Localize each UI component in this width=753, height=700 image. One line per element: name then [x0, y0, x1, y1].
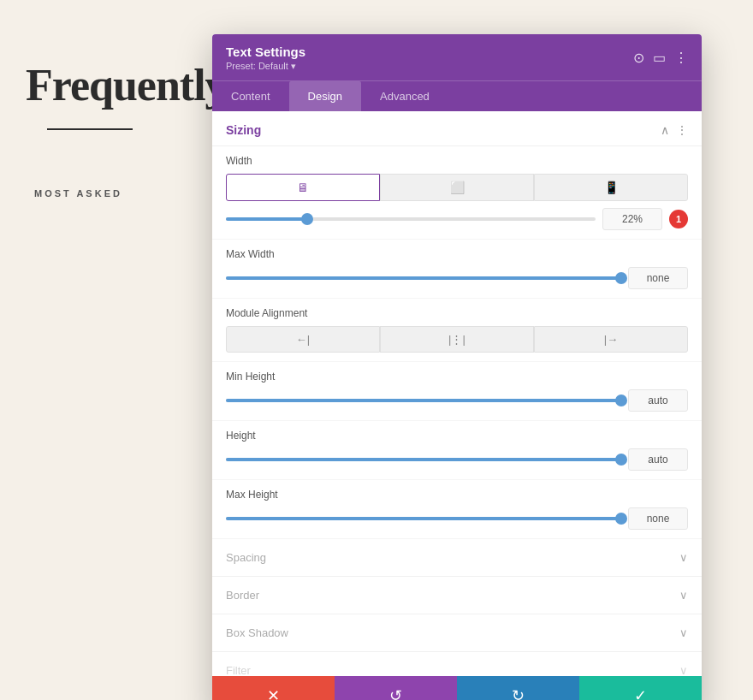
height-slider-fill — [226, 458, 621, 461]
height-slider-thumb[interactable] — [615, 454, 627, 466]
border-section[interactable]: Border ∨ — [212, 577, 702, 614]
filter-title: Filter — [226, 664, 251, 676]
modal-header-icons: ⊙ ▭ ⋮ — [633, 51, 688, 65]
width-slider-row: 1 — [226, 208, 688, 230]
max-height-slider-track — [226, 517, 621, 520]
height-value-input[interactable] — [628, 448, 688, 471]
modal-preset[interactable]: Preset: Default ▾ — [226, 61, 305, 72]
max-width-slider-row — [226, 267, 688, 289]
height-label: Height — [226, 430, 688, 442]
box-shadow-section[interactable]: Box Shadow ∨ — [212, 614, 702, 652]
redo-button[interactable]: ↻ — [457, 676, 579, 700]
spacing-title: Spacing — [226, 551, 266, 564]
device-tablet[interactable]: ⬜ — [380, 174, 534, 201]
border-title: Border — [226, 589, 259, 602]
max-width-label: Max Width — [226, 248, 688, 260]
width-slider-fill — [226, 217, 307, 221]
align-center-btn[interactable]: |⋮| — [380, 326, 534, 353]
min-height-value-input[interactable] — [628, 389, 688, 412]
align-left-btn[interactable]: ←| — [226, 326, 380, 353]
tab-content[interactable]: Content — [212, 81, 289, 111]
max-height-slider-container[interactable] — [226, 517, 621, 520]
width-slider-container[interactable] — [226, 217, 596, 221]
layout-icon[interactable]: ▭ — [653, 51, 666, 65]
redo-icon: ↻ — [512, 686, 525, 700]
width-slider-thumb[interactable] — [301, 213, 313, 225]
max-height-slider-fill — [226, 517, 621, 520]
reset-icon: ↺ — [389, 686, 402, 700]
min-height-slider-row — [226, 389, 688, 412]
modal-title: Text Settings — [226, 44, 305, 59]
device-desktop[interactable]: 🖥 — [226, 174, 380, 201]
alignment-buttons: ←| |⋮| |→ — [226, 326, 688, 353]
reset-button[interactable]: ↺ — [335, 676, 457, 700]
width-label: Width — [226, 155, 688, 167]
cancel-button[interactable]: ✕ — [212, 676, 335, 700]
max-height-setting: Max Height — [212, 480, 702, 539]
sizing-title: Sizing — [226, 123, 261, 137]
cancel-icon: ✕ — [267, 686, 280, 700]
tab-advanced[interactable]: Advanced — [361, 81, 448, 111]
min-height-setting: Min Height — [212, 362, 702, 421]
background-divider — [47, 128, 133, 130]
background-label: MOST ASKED — [34, 188, 122, 199]
max-width-slider-fill — [226, 276, 621, 280]
width-setting: Width 🖥 ⬜ 📱 1 — [212, 146, 702, 240]
height-slider-row — [226, 448, 688, 471]
filter-chevron-down-icon: ∨ — [679, 664, 688, 676]
save-button[interactable]: ✓ — [579, 676, 702, 700]
section-more-icon[interactable]: ⋮ — [676, 123, 688, 137]
modal-footer: ✕ ↺ ↻ ✓ — [212, 676, 702, 700]
sizing-section-header: Sizing ∧ ⋮ — [212, 111, 702, 146]
more-icon[interactable]: ⋮ — [674, 51, 688, 65]
max-height-slider-row — [226, 507, 688, 530]
module-alignment-setting: Module Alignment ←| |⋮| |→ — [212, 299, 702, 362]
text-settings-modal: Text Settings Preset: Default ▾ ⊙ ▭ ⋮ Co… — [212, 34, 702, 700]
max-width-setting: Max Width — [212, 240, 702, 299]
chevron-up-icon[interactable]: ∧ — [661, 123, 669, 137]
section-controls: ∧ ⋮ — [661, 123, 688, 137]
height-slider-container[interactable] — [226, 458, 621, 461]
device-buttons: 🖥 ⬜ 📱 — [226, 174, 688, 201]
max-height-slider-thumb[interactable] — [615, 513, 627, 525]
modal-body: Sizing ∧ ⋮ Width 🖥 ⬜ 📱 — [212, 111, 702, 676]
max-width-slider-container[interactable] — [226, 276, 621, 280]
height-setting: Height — [212, 421, 702, 480]
tab-design[interactable]: Design — [289, 81, 361, 111]
border-chevron-down-icon: ∨ — [679, 589, 688, 602]
min-height-label: Min Height — [226, 371, 688, 383]
spacing-chevron-down-icon: ∨ — [679, 551, 688, 564]
max-height-label: Max Height — [226, 489, 688, 501]
min-height-slider-track — [226, 399, 621, 402]
device-mobile[interactable]: 📱 — [534, 174, 688, 201]
min-height-slider-fill — [226, 399, 621, 402]
modal-tabs: Content Design Advanced — [212, 80, 702, 111]
module-alignment-label: Module Alignment — [226, 307, 688, 319]
modal-header: Text Settings Preset: Default ▾ ⊙ ▭ ⋮ — [212, 34, 702, 80]
width-value-input[interactable] — [602, 208, 662, 230]
min-height-slider-thumb[interactable] — [615, 394, 627, 406]
min-height-slider-container[interactable] — [226, 399, 621, 402]
background-heading: Frequently — [26, 60, 227, 110]
target-icon[interactable]: ⊙ — [633, 51, 644, 65]
spacing-section[interactable]: Spacing ∨ — [212, 539, 702, 577]
max-height-value-input[interactable] — [628, 507, 688, 530]
width-badge: 1 — [669, 210, 688, 228]
max-width-value-input[interactable] — [628, 267, 688, 289]
box-shadow-title: Box Shadow — [226, 626, 288, 639]
max-width-slider-thumb[interactable] — [615, 272, 627, 284]
filter-section[interactable]: Filter ∨ — [212, 652, 702, 676]
save-icon: ✓ — [634, 686, 647, 700]
modal-title-group: Text Settings Preset: Default ▾ — [226, 44, 305, 72]
box-shadow-chevron-down-icon: ∨ — [679, 626, 688, 639]
height-slider-track — [226, 458, 621, 461]
align-right-btn[interactable]: |→ — [534, 326, 688, 353]
max-width-slider-track — [226, 276, 621, 280]
width-slider-track — [226, 217, 596, 221]
